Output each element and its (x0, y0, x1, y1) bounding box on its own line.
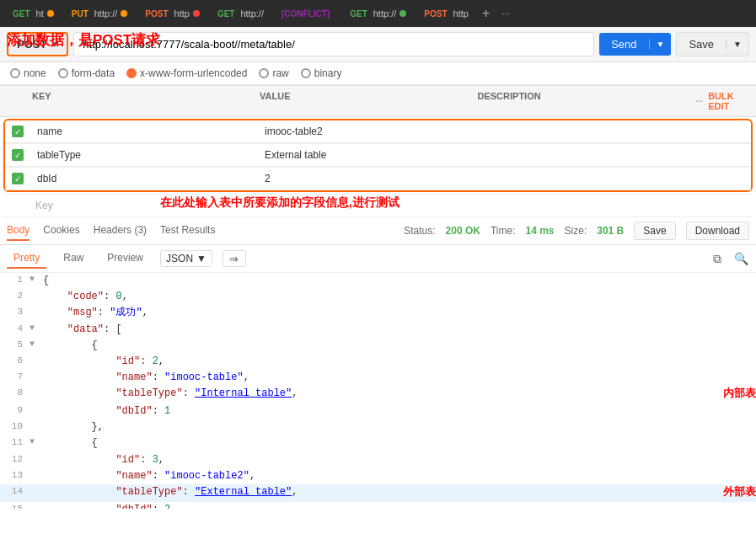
time-value: 14 ms (526, 225, 555, 237)
tab-method-6: GET (347, 8, 370, 19)
code-area: 1 ▼ { 2 "code": 0, 3 "msg": "成功", 4 ▼ "d… (0, 273, 756, 509)
radio-none[interactable]: none (10, 67, 46, 79)
tab-method-3: POST (142, 8, 170, 19)
line-content-5: { (41, 338, 756, 354)
code-tab-raw[interactable]: Raw (56, 248, 90, 269)
tab-cookies[interactable]: Cookies (43, 221, 79, 241)
tab-url-7: http (453, 8, 469, 19)
checkbox-1[interactable] (12, 149, 24, 161)
param-key-2[interactable]: dbId (30, 168, 258, 190)
code-line-9: 9 "dbId": 1 (0, 403, 756, 419)
radio-binary[interactable]: binary (301, 67, 342, 79)
param-row-0: name imooc-table2 (5, 120, 751, 143)
tab-url-3: http (174, 8, 190, 19)
params-more-icon[interactable]: ··· (695, 96, 703, 106)
download-button[interactable]: Download (686, 222, 749, 240)
code-line-2: 2 "code": 0, (0, 289, 756, 305)
json-format-selector[interactable]: JSON ▼ (160, 250, 212, 267)
line-content-10: }, (41, 419, 756, 435)
line-content-14: "tableType": "External table", (41, 484, 716, 500)
send-button[interactable]: Send ▼ (599, 33, 671, 56)
send-dropdown-arrow[interactable]: ▼ (649, 40, 672, 49)
line-content-6: "id": 2, (41, 354, 756, 370)
save-button[interactable]: Save ▼ (676, 32, 749, 56)
time-label: Time: (491, 225, 516, 237)
tab-post-2[interactable]: POST http (415, 5, 475, 23)
param-desc-0[interactable] (471, 126, 684, 136)
code-line-15: 15 "dbId": 2 (0, 502, 756, 509)
copy-icon[interactable]: ⧉ (709, 250, 726, 267)
tab-url-6: http:// (373, 8, 397, 19)
line-num-9: 9 (0, 403, 29, 419)
radio-urlencoded[interactable]: x-www-form-urlencoded (126, 67, 247, 79)
code-line-5: 5 ▼ { (0, 338, 756, 354)
annotation-inner-table: 内部表 (723, 386, 756, 403)
tab-body[interactable]: Body (7, 221, 29, 241)
tab-headers[interactable]: Headers (3) (94, 221, 147, 241)
param-value-0[interactable]: imooc-table2 (258, 120, 471, 142)
radio-form-data[interactable]: form-data (58, 67, 115, 79)
tab-put-1[interactable]: PUT http:// (62, 5, 135, 23)
tab-test-results[interactable]: Test Results (160, 221, 215, 241)
param-desc-2[interactable] (471, 174, 684, 184)
more-tabs-button[interactable]: ··· (496, 8, 515, 19)
line-arrow-5[interactable]: ▼ (29, 338, 41, 351)
radio-raw[interactable]: raw (259, 67, 288, 79)
tab-method-2: PUT (69, 8, 91, 19)
tab-dot-3 (193, 10, 200, 17)
line-content-13: "name": "imooc-table2", (41, 468, 756, 484)
save-response-button[interactable]: Save (634, 222, 675, 240)
param-key-1[interactable]: tableType (30, 144, 258, 166)
param-key-0[interactable]: name (30, 120, 258, 142)
line-num-5: 5 (0, 338, 29, 353)
tab-conflict[interactable]: [CONFLICT] (272, 5, 339, 23)
line-num-12: 12 (0, 452, 29, 467)
code-tab-pretty[interactable]: Pretty (7, 248, 46, 269)
line-content-2: "code": 0, (41, 289, 756, 305)
tab-dot-6 (399, 10, 406, 17)
line-arrow-1[interactable]: ▼ (29, 273, 41, 286)
param-value-1[interactable]: External table (258, 144, 471, 166)
tab-get-2[interactable]: GET http:// (208, 5, 271, 23)
search-icon[interactable]: 🔍 (732, 250, 749, 267)
save-dropdown-arrow[interactable]: ▼ (726, 40, 748, 49)
param-checkbox-1[interactable] (5, 144, 30, 166)
new-tab-button[interactable]: + (477, 6, 495, 21)
param-desc-1[interactable] (471, 150, 684, 160)
code-line-3: 3 "msg": "成功", (0, 305, 756, 321)
params-header: KEY VALUE DESCRIPTION ··· Bulk Edit (0, 85, 756, 117)
tab-method-4: GET (215, 8, 238, 19)
key-placeholder[interactable]: Key (29, 195, 256, 216)
code-line-4: 4 ▼ "data": [ (0, 322, 756, 338)
bulk-edit-button[interactable]: Bulk Edit (708, 91, 749, 111)
radio-dot-raw (259, 68, 269, 78)
param-value-2[interactable]: 2 (258, 168, 471, 190)
save-label: Save (677, 38, 726, 51)
checkbox-0[interactable] (12, 125, 24, 137)
tab-get-1[interactable]: GET ht (3, 5, 61, 23)
param-checkbox-0[interactable] (5, 120, 30, 142)
tab-url-4: http:// (240, 8, 264, 19)
params-header-value: VALUE (253, 89, 471, 113)
param-row-empty: Key (3, 194, 753, 217)
tab-get-3[interactable]: GET http:// (340, 5, 413, 23)
param-checkbox-2[interactable] (5, 168, 30, 190)
radio-dot-urlencoded (126, 68, 137, 78)
params-header-checkbox (0, 89, 25, 113)
url-input[interactable] (73, 32, 594, 56)
line-num-15: 15 (0, 502, 29, 509)
wrap-icon[interactable]: ⇒ (223, 250, 246, 267)
checkbox-2[interactable] (12, 173, 24, 184)
tab-dot-1 (47, 10, 54, 17)
tab-bar: GET ht PUT http:// POST http GET http://… (0, 0, 756, 27)
line-content-12: "id": 3, (41, 452, 756, 468)
radio-label-form-data: form-data (72, 67, 115, 79)
method-selector[interactable]: POST ▼ (7, 32, 68, 56)
line-arrow-4[interactable]: ▼ (29, 322, 41, 335)
line-arrow-11[interactable]: ▼ (29, 435, 41, 449)
json-format-arrow: ▼ (196, 253, 206, 264)
radio-label-binary: binary (314, 67, 342, 79)
tab-post-1[interactable]: POST http (136, 5, 206, 23)
radio-label-urlencoded: x-www-form-urlencoded (140, 67, 247, 79)
code-tab-preview[interactable]: Preview (100, 248, 150, 269)
